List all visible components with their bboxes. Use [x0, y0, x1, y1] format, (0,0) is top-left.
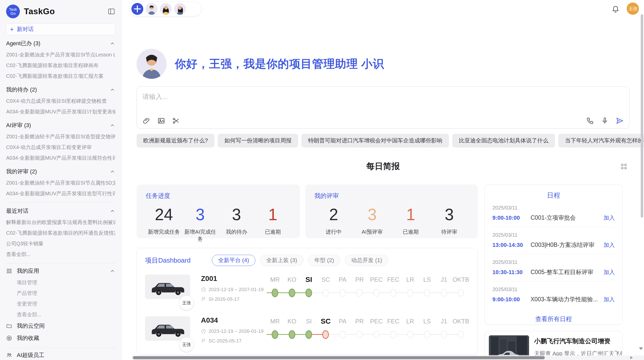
milestone-dot[interactable] [272, 289, 278, 297]
tool-ai-employee[interactable]: AI超级员工 [6, 350, 115, 360]
agent-avatar-2[interactable] [160, 3, 172, 15]
chat-input[interactable] [142, 93, 624, 101]
milestone-dot[interactable] [373, 289, 379, 297]
section-ai-review[interactable]: AI评审 (3) [6, 119, 115, 131]
milestone-dot[interactable] [289, 289, 295, 297]
schedule-date: 2025/03/11 [492, 287, 615, 292]
milestone-dot[interactable] [424, 331, 430, 338]
milestone-dot[interactable] [272, 330, 278, 339]
suggestion-chip[interactable]: 如何写一份清晰的项目周报 [218, 134, 298, 147]
milestone-dot[interactable] [322, 330, 329, 339]
milestone-dot[interactable] [373, 331, 379, 338]
new-chat-button[interactable]: + 新对话 [6, 23, 115, 35]
suggestion-chip[interactable]: 特朗普可能对进口汽车增税会对中国车企造成哪些影响 [301, 134, 449, 147]
news-card[interactable]: 小鹏飞行汽车制造公司增资 天眼查 App 显示，近日广州汇天飞行汽... [485, 331, 623, 359]
chevron-up-icon[interactable] [110, 169, 115, 174]
tab-powertrain[interactable]: 动总开发 (1) [345, 255, 388, 266]
sidebar-item[interactable]: A034-全新新能源MUV产品开发项目法规符合性评审 [6, 153, 115, 163]
sidebar-collapse-icon[interactable] [108, 8, 115, 15]
scissors-icon[interactable] [172, 117, 180, 125]
image-icon[interactable] [157, 117, 165, 125]
send-icon[interactable] [616, 117, 624, 125]
new-chat-label: 新对话 [17, 25, 34, 33]
milestone-dot[interactable] [390, 289, 396, 297]
milestone-dot[interactable] [407, 331, 413, 338]
sidebar-item[interactable]: A034-全新新能源MUV产品开发项目造型可行性评审 [6, 188, 115, 199]
sidebar-item-cloud[interactable]: 我的云空间 [6, 320, 115, 332]
milestone-dot[interactable] [323, 289, 329, 297]
project-code[interactable]: Z001 [201, 275, 267, 283]
chevron-up-icon[interactable] [110, 123, 115, 128]
milestone-label: MR [267, 317, 283, 327]
layout-grid-icon[interactable] [620, 162, 628, 171]
section-my-todo[interactable]: 我的待办 (2) [6, 84, 115, 96]
app-view-all[interactable]: 查看全部... [6, 309, 115, 320]
scroll-right-arrow[interactable] [630, 356, 633, 359]
suggestion-chip[interactable]: 欧洲新规最近颁布了什么? [137, 134, 214, 147]
sidebar-item[interactable]: C02-飞腾新能源轻客改款项目里程碑画布 [6, 60, 115, 71]
join-link[interactable]: 加入 [604, 214, 615, 222]
chevron-up-icon[interactable] [110, 268, 115, 274]
phone-icon[interactable] [586, 117, 594, 125]
suggestion-chip[interactable]: 当下年轻人对汽车外观有怎样的喜好趋势 [558, 134, 644, 147]
join-link[interactable]: 加入 [604, 296, 615, 303]
sidebar-item[interactable]: C0X4-动力总成开发项目SI里程碑提交物检查 [6, 96, 115, 106]
stat: 1已逾期 [391, 204, 430, 235]
add-agent-button[interactable] [131, 3, 143, 15]
view-all-schedule[interactable]: 查看所有日程 [492, 315, 615, 323]
section-recent-chats[interactable]: 最近对话 [6, 205, 115, 217]
chevron-up-icon[interactable] [110, 208, 115, 214]
section-my-apps[interactable]: 我的应用 [6, 265, 115, 277]
milestone-dot[interactable] [356, 331, 362, 338]
chevron-up-icon[interactable] [110, 87, 115, 93]
milestone-dot[interactable] [305, 289, 312, 297]
recent-chat-item[interactable]: C02-飞腾新能源轻客改款项目的闭环通告反馈情况 [6, 228, 115, 238]
milestone-dot[interactable] [289, 330, 295, 339]
milestone-dot[interactable] [340, 289, 346, 297]
attach-icon[interactable] [142, 117, 151, 125]
milestone-dot[interactable] [407, 289, 413, 297]
user-avatar[interactable]: 王强 [627, 3, 639, 15]
milestone-label: PR [351, 275, 368, 286]
tab-model-year[interactable]: 年型 (2) [308, 255, 340, 266]
milestone-dot[interactable] [441, 289, 447, 297]
milestone-dot[interactable] [458, 331, 464, 338]
join-link[interactable]: 加入 [604, 268, 615, 276]
scroll-down-arrow[interactable] [639, 347, 643, 350]
agent-avatar-3[interactable] [174, 3, 186, 15]
chevron-up-icon[interactable] [110, 41, 115, 46]
recent-view-all[interactable]: 查看全部... [6, 249, 115, 260]
mic-icon[interactable] [601, 117, 609, 125]
milestone-dot[interactable] [458, 289, 464, 297]
tab-new-platform[interactable]: 全新平台 (4) [212, 255, 255, 266]
suggestion-chip[interactable]: 比亚迪全固态电池计划具体说了什么 [452, 134, 555, 147]
milestone-dot[interactable] [424, 289, 430, 297]
sidebar-item[interactable]: C0X4-动力总成开发项目工程变更评审 [6, 142, 115, 153]
agent-avatar-1[interactable] [146, 3, 157, 15]
project-code[interactable]: A034 [201, 316, 267, 324]
section-agent-done[interactable]: Agent已办 (3) [6, 38, 115, 49]
milestone-dot[interactable] [305, 330, 312, 339]
sidebar-item[interactable]: Z001-全新燃油轻卡产品开发项目SI造型提交物评审 [6, 131, 115, 142]
horizontal-scrollbar-thumb[interactable] [133, 356, 545, 359]
app-logo: Task Go [6, 5, 20, 18]
sidebar-item[interactable]: Z001-全新燃油轻卡产品开发项目SI节点属性5D文件评审 [6, 177, 115, 188]
sidebar-item[interactable]: Z001-全新燃油皮卡产品开发项目SI节点Lesson Learn报告 [6, 49, 115, 60]
tab-new-body[interactable]: 全新上装 (3) [260, 255, 303, 266]
app-item-project-mgmt[interactable]: 项目管理 [6, 277, 115, 288]
app-item-product-mgmt[interactable]: 产品管理 [6, 288, 115, 298]
sidebar-item-favorites[interactable]: 我的收藏 [6, 332, 115, 344]
vertical-scrollbar-thumb[interactable] [641, 14, 643, 218]
milestone-dot[interactable] [340, 331, 346, 338]
join-link[interactable]: 加入 [604, 241, 615, 249]
milestone-dot[interactable] [356, 289, 362, 297]
sidebar-item[interactable]: A034-全新新能源MUV产品开发项目计划变更表编写 [6, 106, 115, 117]
recent-chat-item[interactable]: 解释最新出台的欧盟报废车法规再生塑料比例被调至15%… [6, 217, 115, 228]
section-my-review[interactable]: 我的评审 (2) [6, 166, 115, 177]
app-item-change-mgmt[interactable]: 变更管理 [6, 298, 115, 309]
milestone-dot[interactable] [441, 331, 447, 338]
milestone-dot[interactable] [390, 331, 396, 338]
sidebar-item[interactable]: C02-飞腾新能源轻客改款项目立项汇报方案 [6, 71, 115, 81]
recent-chat-item[interactable]: 公司Q3轻卡销量 [6, 238, 115, 249]
notification-bell-icon[interactable] [611, 5, 620, 13]
